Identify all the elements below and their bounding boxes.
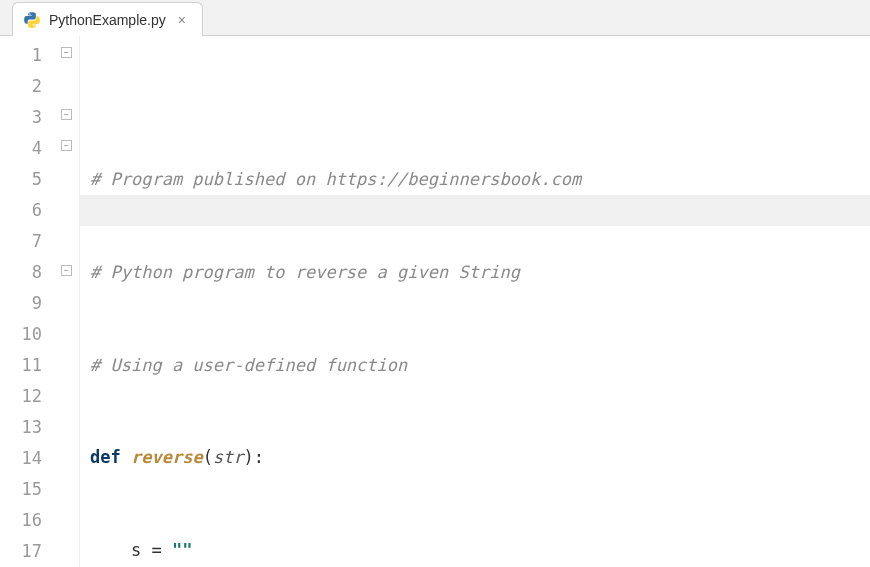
line-number: 8	[0, 257, 42, 288]
line-number: 12	[0, 381, 42, 412]
line-number: 14	[0, 443, 42, 474]
line-number: 1	[0, 40, 42, 71]
line-number: 16	[0, 505, 42, 536]
parameter: str	[213, 447, 244, 467]
python-file-icon	[23, 11, 41, 29]
tab-bar: PythonExample.py ×	[0, 0, 870, 36]
comment: # Using a user-defined function	[90, 355, 407, 375]
line-number: 17	[0, 536, 42, 567]
current-line-highlight	[80, 195, 870, 226]
comment: # Python program to reverse a given Stri…	[90, 262, 520, 282]
line-number: 9	[0, 288, 42, 319]
paren-colon: ):	[244, 447, 264, 467]
line-number: 6	[0, 195, 42, 226]
assignment: s =	[131, 540, 172, 560]
line-number: 15	[0, 474, 42, 505]
code-line: # Python program to reverse a given Stri…	[90, 257, 870, 288]
line-number-gutter: 1 2 3 4 5 6 7 8 9 10 11 12 13 14 15 16 1…	[0, 36, 56, 567]
line-number: 13	[0, 412, 42, 443]
fold-marker-icon[interactable]: −	[61, 140, 72, 151]
keyword-def: def	[90, 447, 121, 467]
fold-marker-icon[interactable]: −	[61, 47, 72, 58]
tab-filename: PythonExample.py	[49, 12, 166, 28]
code-line: # Using a user-defined function	[90, 350, 870, 381]
code-line: s = ""	[90, 535, 870, 566]
close-tab-icon[interactable]: ×	[174, 12, 190, 28]
line-number: 3	[0, 102, 42, 133]
line-number: 7	[0, 226, 42, 257]
paren: (	[203, 447, 213, 467]
code-line: def reverse(str):	[90, 442, 870, 473]
code-line: # Program published on https://beginners…	[90, 164, 870, 195]
fold-marker-icon[interactable]: −	[61, 265, 72, 276]
line-number: 5	[0, 164, 42, 195]
comment: # Program published on https://beginners…	[90, 169, 581, 189]
fold-marker-icon[interactable]: −	[61, 109, 72, 120]
line-number: 11	[0, 350, 42, 381]
line-number: 2	[0, 71, 42, 102]
line-number: 10	[0, 319, 42, 350]
code-editor[interactable]: 1 2 3 4 5 6 7 8 9 10 11 12 13 14 15 16 1…	[0, 36, 870, 567]
function-name: reverse	[131, 447, 203, 467]
string-literal: ""	[172, 540, 192, 560]
fold-gutter: − − − −	[56, 36, 80, 567]
code-area[interactable]: # Program published on https://beginners…	[80, 36, 870, 567]
line-number: 4	[0, 133, 42, 164]
editor-tab[interactable]: PythonExample.py ×	[12, 2, 203, 36]
